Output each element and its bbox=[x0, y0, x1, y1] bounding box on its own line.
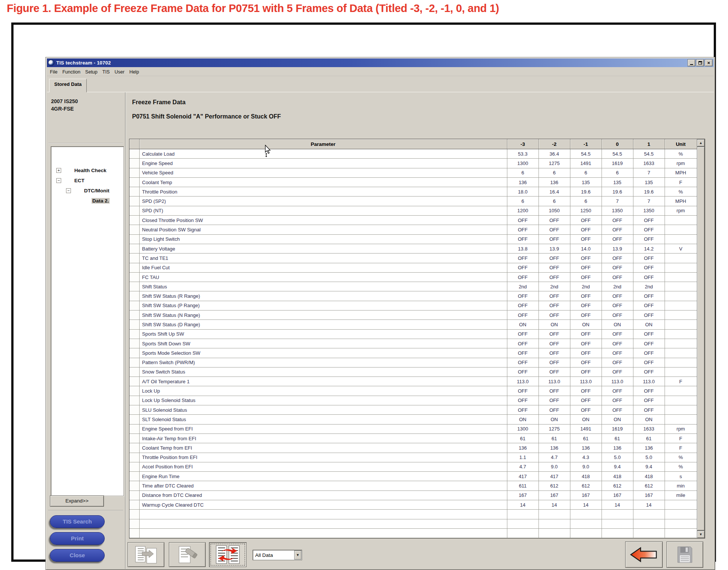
value-cell: 418 bbox=[602, 472, 633, 481]
parameter-cell: Shift SW Status (P Range) bbox=[139, 301, 507, 310]
value-cell: 6 bbox=[507, 196, 538, 206]
value-cell: ON bbox=[570, 415, 602, 424]
row-header-cell bbox=[129, 282, 139, 291]
value-cell: OFF bbox=[633, 348, 665, 358]
restore-button[interactable] bbox=[696, 59, 704, 66]
parameter-cell: Warmup Cycle Cleared DTC bbox=[139, 500, 507, 509]
row-header-cell bbox=[129, 396, 139, 405]
unit-cell: % bbox=[665, 453, 697, 462]
window-title: TIS techstream - 10702 bbox=[56, 60, 111, 66]
sidebar-groove bbox=[48, 510, 123, 511]
menu-item-tis[interactable]: TIS bbox=[102, 69, 110, 75]
title-bar[interactable]: TIS techstream - 10702 × bbox=[47, 58, 714, 67]
expand-icon[interactable]: + bbox=[56, 168, 61, 173]
value-cell: 54.5 bbox=[633, 149, 665, 159]
back-button[interactable] bbox=[625, 542, 663, 568]
unit-cell bbox=[665, 367, 697, 376]
unit-cell bbox=[665, 320, 697, 329]
menu-item-help[interactable]: Help bbox=[129, 69, 139, 75]
value-cell: 14.0 bbox=[570, 244, 602, 253]
empty-row bbox=[129, 528, 697, 538]
value-cell: 61 bbox=[507, 434, 538, 443]
table-row: Engine Speed from EFI1300127514911619163… bbox=[129, 424, 697, 434]
row-header-cell bbox=[129, 329, 139, 339]
table-row: Battery Voltage13.813.914.013.914.2V bbox=[129, 244, 697, 253]
floppy-save-icon bbox=[676, 545, 693, 564]
parameter-cell: Snow Switch Status bbox=[139, 367, 507, 376]
menu-item-setup[interactable]: Setup bbox=[85, 69, 98, 75]
capture-data-button[interactable] bbox=[169, 542, 206, 567]
value-cell: 6 bbox=[602, 168, 633, 177]
column-header-5: 1 bbox=[633, 139, 665, 149]
figure-caption: Figure 1. Example of Freeze Frame Data f… bbox=[7, 2, 499, 15]
table-row: Engine Speed13001275149116191633rpm bbox=[129, 159, 697, 168]
table-row: Intake-Air Temp from EFI6161616161F bbox=[129, 434, 697, 443]
minimize-button[interactable] bbox=[687, 59, 695, 66]
value-cell: 14 bbox=[538, 500, 570, 509]
value-cell: OFF bbox=[633, 358, 665, 367]
freeze-frame-table: Parameter-3-2-101UnitCalculate Load53.33… bbox=[129, 139, 705, 538]
collapse-icon[interactable]: − bbox=[66, 188, 71, 193]
row-header-cell bbox=[129, 377, 139, 386]
value-cell: 113.0 bbox=[538, 377, 570, 386]
save-button[interactable] bbox=[666, 542, 703, 568]
value-cell bbox=[602, 528, 633, 538]
value-cell: 6 bbox=[538, 168, 570, 177]
row-header-cell bbox=[129, 310, 139, 320]
value-cell: 1200 bbox=[507, 206, 538, 215]
value-cell: OFF bbox=[538, 386, 570, 396]
close-button[interactable]: × bbox=[705, 59, 713, 66]
unit-cell: % bbox=[665, 149, 697, 159]
data-filter-select[interactable]: All Data ▼ bbox=[253, 550, 302, 560]
tree-item-ect[interactable]: −ECT bbox=[51, 176, 123, 186]
scroll-up-button[interactable]: ▲ bbox=[697, 139, 705, 147]
unit-cell bbox=[665, 225, 697, 234]
unit-cell bbox=[665, 500, 697, 509]
refresh-data-button[interactable] bbox=[209, 542, 247, 567]
expand-button[interactable]: Expand>> bbox=[50, 495, 104, 507]
tab-stored-data[interactable]: Stored Data bbox=[49, 79, 87, 92]
vertical-scrollbar[interactable]: ▲ ▼ bbox=[697, 139, 705, 538]
mouse-cursor bbox=[263, 145, 272, 159]
value-cell: 53.3 bbox=[507, 149, 538, 159]
scroll-down-button[interactable]: ▼ bbox=[697, 531, 705, 538]
unit-cell: F bbox=[665, 434, 697, 443]
parameter-cell: Coolant Temp from EFI bbox=[139, 443, 507, 453]
menu-item-user[interactable]: User bbox=[114, 69, 124, 75]
value-cell: 5.0 bbox=[633, 453, 665, 462]
parameter-cell: Shift SW Status (N Range) bbox=[139, 310, 507, 320]
menu-item-file[interactable]: File bbox=[50, 69, 57, 75]
row-header-cell bbox=[129, 405, 139, 415]
tree-item-dtc-monit[interactable]: −DTC/Monit bbox=[51, 186, 123, 196]
table-row: Throttle Position18.016.419.619.619.6% bbox=[129, 187, 697, 196]
unit-cell bbox=[665, 310, 697, 320]
value-cell: OFF bbox=[507, 367, 538, 376]
parameter-cell: Shift SW Status (D Range) bbox=[139, 320, 507, 329]
value-cell: OFF bbox=[602, 272, 633, 282]
unit-cell bbox=[665, 528, 697, 538]
parameter-cell bbox=[139, 510, 507, 519]
tis-search-button[interactable]: TIS Search bbox=[50, 515, 105, 528]
value-cell: 1633 bbox=[633, 424, 665, 434]
collapse-icon[interactable]: − bbox=[56, 178, 61, 183]
tree-item-data-2[interactable]: Data 2. bbox=[51, 196, 123, 207]
value-cell: ON bbox=[602, 320, 633, 329]
refresh-icon bbox=[215, 545, 241, 564]
close-button[interactable]: Close bbox=[50, 549, 105, 562]
value-cell: OFF bbox=[633, 329, 665, 339]
value-cell: OFF bbox=[507, 291, 538, 301]
parameter-cell: Engine Speed bbox=[139, 159, 507, 168]
print-button[interactable]: Print bbox=[50, 532, 105, 545]
value-cell: OFF bbox=[633, 216, 665, 225]
parameter-cell: Distance from DTC Cleared bbox=[139, 490, 507, 500]
menu-item-function[interactable]: Function bbox=[62, 69, 80, 75]
value-cell: OFF bbox=[602, 329, 633, 339]
close-icon: × bbox=[707, 60, 710, 65]
copy-data-button[interactable] bbox=[128, 542, 164, 567]
value-cell: 6 bbox=[538, 196, 570, 206]
column-header-2: -2 bbox=[538, 139, 570, 149]
tree-item-health-check[interactable]: +Health Check bbox=[51, 166, 123, 176]
scroll-thumb[interactable] bbox=[697, 147, 705, 531]
chevron-down-icon[interactable]: ▼ bbox=[294, 550, 301, 560]
value-cell: 9.0 bbox=[538, 462, 570, 471]
